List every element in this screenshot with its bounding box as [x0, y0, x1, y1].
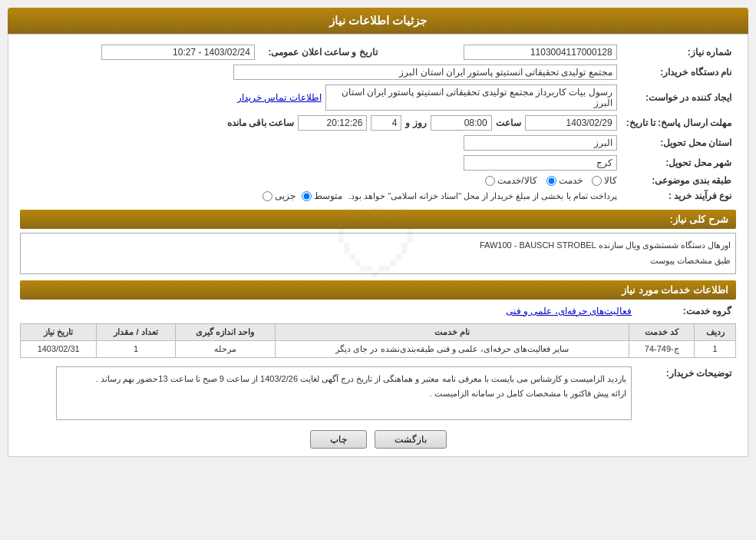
- purchase-desc: پرداخت تمام یا بخشی از مبلغ خریدار از مح…: [348, 191, 617, 201]
- print-button[interactable]: چاپ: [310, 430, 367, 449]
- services-section-label: اطلاعات خدمات مورد نیاز: [622, 284, 728, 296]
- service-group-table: گروه خدمت: فعالیت‌های حرفه‌ای، علمی و فن…: [20, 303, 736, 319]
- need-summary-label: شرح کلی نیاز:: [669, 214, 728, 225]
- category-khedmat-radio[interactable]: [546, 176, 556, 186]
- category-option-kala-khedmat[interactable]: کالا/خدمت: [485, 175, 536, 186]
- need-summary-value: اورهال دستگاه شستشوی ویال سازنده FAW100 …: [20, 233, 736, 274]
- page-title: جزئیات اطلاعات نیاز: [329, 14, 427, 27]
- col-unit: واحد اندازه گیری: [175, 323, 275, 340]
- service-group-label: گروه خدمت:: [636, 303, 736, 319]
- response-date: 1403/02/29: [525, 115, 617, 131]
- services-table: ردیف کد خدمت نام خدمت واحد اندازه گیری ت…: [20, 323, 736, 358]
- buyer-org-label: نام دستگاه خریدار:: [622, 62, 736, 82]
- creator-row: ایجاد کننده در خواست: رسول بیات کاربرداز…: [20, 82, 736, 113]
- delivery-province-value: البرز: [464, 135, 617, 151]
- purchase-type-option-motawaset[interactable]: متوسط: [302, 190, 342, 201]
- category-kala-khedmat-label: کالا/خدمت: [497, 175, 536, 186]
- category-row: طبقه بندی موضوعی: کالا خدمت کالا/خدمت: [20, 173, 736, 188]
- info-table: شماره نیاز: 1103004117000128 تاریخ و ساع…: [20, 42, 736, 204]
- category-kala-radio[interactable]: [592, 176, 602, 186]
- purchase-motawaset-radio[interactable]: [302, 191, 312, 201]
- cell-quantity: 1: [97, 340, 175, 357]
- response-days: 4: [371, 115, 401, 131]
- contact-link[interactable]: اطلاعات تماس خریدار: [237, 92, 322, 103]
- category-label: طبقه بندی موضوعی:: [622, 173, 736, 188]
- service-group-value[interactable]: فعالیت‌های حرفه‌ای، علمی و فنی: [506, 306, 632, 316]
- delivery-province-row: استان محل تحویل: البرز: [20, 133, 736, 153]
- service-group-row: گروه خدمت: فعالیت‌های حرفه‌ای، علمی و فن…: [20, 303, 736, 319]
- buyer-org-value: مجتمع تولیدی تحقیقاتی انستیتو پاستور ایر…: [233, 65, 617, 80]
- response-remaining: 20:12:26: [298, 115, 367, 131]
- button-row: بازگشت چاپ: [20, 430, 736, 449]
- category-option-kala[interactable]: کالا: [592, 175, 617, 186]
- announcement-date-value: 1403/02/24 - 10:27: [101, 45, 255, 60]
- response-days-label: روز و: [405, 118, 426, 128]
- buyer-org-row: نام دستگاه خریدار: مجتمع تولیدی تحقیقاتی…: [20, 62, 736, 82]
- col-service-code: کد خدمت: [629, 323, 695, 340]
- purchase-type-label: نوع فرآیند خرید :: [622, 188, 736, 204]
- purchase-type-option-jozi[interactable]: جزیی: [262, 190, 295, 201]
- buyer-desc-table: توضیحات خریدار: بازدید الزامیست و کارشنا…: [20, 364, 736, 422]
- cell-service-code: ج-749-74: [629, 340, 695, 357]
- delivery-city-row: شهر محل تحویل: کرج: [20, 153, 736, 173]
- cell-unit: مرحله: [175, 340, 275, 357]
- response-time: 08:00: [431, 115, 492, 131]
- col-service-name: نام خدمت: [275, 323, 629, 340]
- need-number-row: شماره نیاز: 1103004117000128 تاریخ و ساع…: [20, 42, 736, 62]
- col-quantity: تعداد / مقدار: [97, 323, 175, 340]
- delivery-city-label: شهر محل تحویل:: [622, 153, 736, 173]
- buyer-desc-value: بازدید الزامیست و کارشناس می بایست با مع…: [56, 366, 632, 420]
- category-option-khedmat[interactable]: خدمت: [546, 175, 583, 186]
- cell-date: 1403/02/31: [21, 340, 97, 357]
- announcement-date-label: تاریخ و ساعت اعلان عمومی:: [259, 42, 382, 62]
- purchase-jozi-label: جزیی: [275, 190, 295, 201]
- response-time-label: ساعت: [496, 118, 521, 128]
- need-summary-container: اورهال دستگاه شستشوی ویال سازنده FAW100 …: [20, 233, 736, 274]
- creator-value: رسول بیات کاربرداز مجتمع تولیدی تحقیقاتی…: [325, 84, 617, 111]
- delivery-province-label: استان محل تحویل:: [622, 133, 736, 153]
- buyer-desc-label: توضیحات خریدار:: [636, 364, 736, 422]
- response-deadline-label: مهلت ارسال پاسخ: تا تاریخ:: [622, 113, 736, 133]
- cell-row-num: 1: [695, 340, 736, 357]
- response-remaining-label: ساعت باقی مانده: [227, 118, 295, 128]
- col-row-num: ردیف: [695, 323, 736, 340]
- buyer-desc-row: توضیحات خریدار: بازدید الزامیست و کارشنا…: [20, 364, 736, 422]
- need-summary-section-title: شرح کلی نیاز:: [20, 210, 736, 229]
- table-row: 1 ج-749-74 سایر فعالیت‌های حرفه‌ای، علمی…: [21, 340, 736, 357]
- delivery-city-value: کرج: [464, 155, 617, 171]
- category-kala-label: کالا: [604, 175, 617, 186]
- services-table-header: ردیف کد خدمت نام خدمت واحد اندازه گیری ت…: [21, 323, 736, 340]
- response-deadline-row: مهلت ارسال پاسخ: تا تاریخ: 1403/02/29 سا…: [20, 113, 736, 133]
- need-number-value: 1103004117000128: [464, 45, 617, 60]
- purchase-type-row: نوع فرآیند خرید : پرداخت تمام یا بخشی از…: [20, 188, 736, 204]
- col-date: تاریخ نیاز: [21, 323, 97, 340]
- back-button[interactable]: بازگشت: [375, 430, 447, 449]
- category-khedmat-label: خدمت: [559, 175, 583, 186]
- purchase-motawaset-label: متوسط: [314, 190, 342, 201]
- purchase-jozi-radio[interactable]: [262, 191, 272, 201]
- page-header: جزئیات اطلاعات نیاز: [8, 8, 748, 34]
- services-section-title: اطلاعات خدمات مورد نیاز: [20, 280, 736, 300]
- need-number-label: شماره نیاز:: [622, 42, 736, 62]
- cell-service-name: سایر فعالیت‌های حرفه‌ای، علمی و فنی طبقه…: [275, 340, 629, 357]
- creator-label: ایجاد کننده در خواست:: [622, 82, 736, 113]
- category-kala-khedmat-radio[interactable]: [485, 176, 495, 186]
